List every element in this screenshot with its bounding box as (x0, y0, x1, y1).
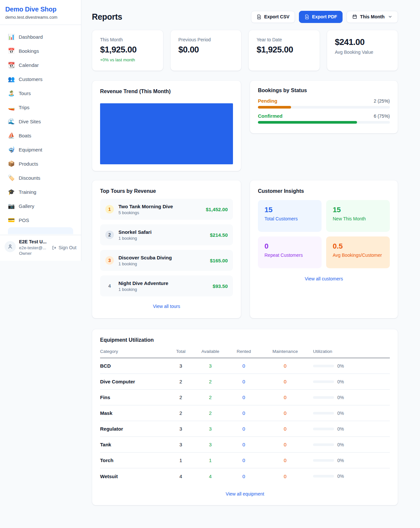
sign-out-button[interactable]: Sign Out (52, 245, 76, 250)
bookings-by-status-card: Bookings by Status Pending 2 (25%) Confi… (250, 80, 398, 133)
user-footer: E2E Test U... e2e-tester@... Sign Out Ow… (0, 235, 81, 261)
shop-domain: demo.test.divestreams.com (5, 15, 76, 20)
equipment-available: 4 (196, 474, 225, 479)
insight-label: Total Customers (264, 216, 315, 221)
stat-card-year-to-date: Year to Date $1,925.00 (248, 30, 320, 71)
period-dropdown[interactable]: This Month (346, 11, 398, 23)
utilization-bar (313, 428, 334, 430)
utilization-percent: 0% (337, 442, 344, 447)
sidebar-item-bookings[interactable]: 📅 Bookings (4, 44, 77, 58)
insight-tile-avg-bookings: 0.5 Avg Bookings/Customer (326, 236, 390, 268)
sidebar-item-trips[interactable]: 🚤 Trips (4, 100, 77, 114)
equipment-total: 2 (166, 395, 196, 400)
diving-mask-icon: 🤿 (8, 146, 14, 153)
sidebar-item-tours[interactable]: 🏝️ Tours (4, 86, 77, 100)
equipment-maintenance: 0 (263, 442, 307, 447)
table-row: BCD 3 3 0 0 0% (100, 358, 390, 374)
sidebar-item-discounts[interactable]: 🏷️ Discounts (4, 171, 77, 185)
view-all-customers-link[interactable]: View all customers (258, 276, 390, 281)
tag-icon: 🏷️ (8, 174, 14, 181)
utilization-bar (313, 443, 334, 446)
equipment-category: Regulator (100, 426, 166, 432)
tour-name: Night Dive Adventure (118, 280, 208, 286)
people-icon: 👥 (8, 76, 14, 83)
wave-icon: 🌊 (8, 118, 14, 125)
sidebar-item-reports-partial[interactable] (8, 227, 73, 234)
table-row: Wetsuit 4 4 0 0 0% (100, 468, 390, 484)
sidebar-item-products[interactable]: 📦 Products (4, 157, 77, 171)
sidebar-item-calendar[interactable]: 📆 Calendar (4, 58, 77, 72)
table-row: Tank 3 3 0 0 0% (100, 437, 390, 453)
utilization-bar (313, 380, 334, 383)
rank-badge: 4 (105, 282, 114, 290)
utilization-percent: 0% (337, 379, 344, 384)
person-icon (7, 244, 13, 250)
equipment-total: 1 (166, 457, 196, 463)
sidebar-item-pos[interactable]: 💳 POS (4, 213, 77, 227)
camera-icon: 📷 (8, 203, 14, 210)
sidebar-item-gallery[interactable]: 📷 Gallery (4, 199, 77, 213)
island-icon: 🏝️ (8, 90, 14, 97)
equipment-rented: 0 (225, 457, 263, 463)
insight-label: Repeat Customers (264, 253, 315, 258)
insight-tile-total-customers: 15 Total Customers (258, 200, 322, 232)
equipment-available: 3 (196, 363, 225, 369)
utilization-percent: 0% (337, 411, 344, 416)
sidebar-item-customers[interactable]: 👥 Customers (4, 72, 77, 86)
sidebar-item-training[interactable]: 🎓 Training (4, 185, 77, 199)
tour-amount: $165.00 (210, 258, 228, 263)
dashboard-icon: 📊 (8, 33, 14, 40)
sidebar-nav: 📊 Dashboard 📅 Bookings 📆 Calendar 👥 Cust… (0, 25, 81, 234)
column-header-utilization: Utilization (307, 349, 390, 354)
equipment-category: Tank (100, 442, 166, 447)
user-email: e2e-tester@... (19, 245, 50, 250)
equipment-maintenance: 0 (263, 379, 307, 384)
utilization-bar (313, 365, 334, 367)
view-all-equipment-link[interactable]: View all equipment (100, 491, 390, 497)
sidebar: Demo Dive Shop demo.test.divestreams.com… (0, 0, 81, 261)
tour-name: Discover Scuba Diving (118, 255, 205, 260)
package-icon: 📦 (8, 160, 14, 167)
tour-list-item: 4 Night Dive Adventure 1 booking $93.50 (100, 275, 233, 296)
view-all-tours-link[interactable]: View all tours (100, 304, 233, 309)
bookings-by-status-title: Bookings by Status (258, 88, 390, 93)
equipment-available: 3 (196, 442, 225, 447)
sidebar-item-label: POS (19, 217, 29, 223)
stat-card-avg-booking-value: $241.00 Avg Booking Value (327, 30, 398, 71)
graduation-cap-icon: 🎓 (8, 189, 14, 195)
utilization-percent: 0% (337, 395, 344, 400)
user-name: E2E Test U... (19, 239, 76, 244)
equipment-utilization-card: Equipment Utilization Category Total Ava… (92, 329, 398, 505)
sidebar-item-label: Calendar (19, 62, 39, 68)
sidebar-item-dashboard[interactable]: 📊 Dashboard (4, 30, 77, 44)
sidebar-item-label: Boats (19, 133, 31, 138)
status-value-pending: 2 (25%) (374, 98, 390, 104)
equipment-table-header: Category Total Available Rented Maintena… (100, 349, 390, 358)
sidebar-item-equipment[interactable]: 🤿 Equipment (4, 143, 77, 157)
file-download-icon (304, 14, 309, 19)
main-content: Reports Export CSV Export PDF This Month (81, 0, 420, 505)
sailboat-icon: ⛵ (8, 132, 14, 139)
equipment-rented: 0 (225, 379, 263, 384)
stat-value: $241.00 (335, 37, 390, 47)
stat-value: $1,925.00 (257, 45, 312, 55)
insight-label: New This Month (333, 216, 383, 221)
equipment-category: Mask (100, 410, 166, 416)
rank-badge: 1 (105, 205, 114, 213)
export-pdf-button[interactable]: Export PDF (299, 11, 343, 23)
stat-label: Year to Date (257, 37, 312, 42)
export-csv-button[interactable]: Export CSV (251, 11, 295, 23)
calendar-icon: 📆 (8, 62, 14, 69)
sidebar-item-label: Dashboard (19, 34, 43, 40)
shop-header: Demo Dive Shop demo.test.divestreams.com (0, 0, 81, 25)
revenue-trend-chart (100, 103, 233, 164)
sidebar-item-boats[interactable]: ⛵ Boats (4, 129, 77, 143)
logout-icon (52, 245, 57, 250)
equipment-total: 3 (166, 442, 196, 447)
sidebar-item-label: Customers (19, 76, 43, 82)
tour-list-item: 2 Snorkel Safari 1 booking $214.50 (100, 224, 233, 245)
sidebar-item-dive-sites[interactable]: 🌊 Dive Sites (4, 114, 77, 129)
tour-bookings: 1 booking (118, 236, 205, 241)
equipment-total: 3 (166, 426, 196, 432)
utilization-bar (313, 396, 334, 399)
